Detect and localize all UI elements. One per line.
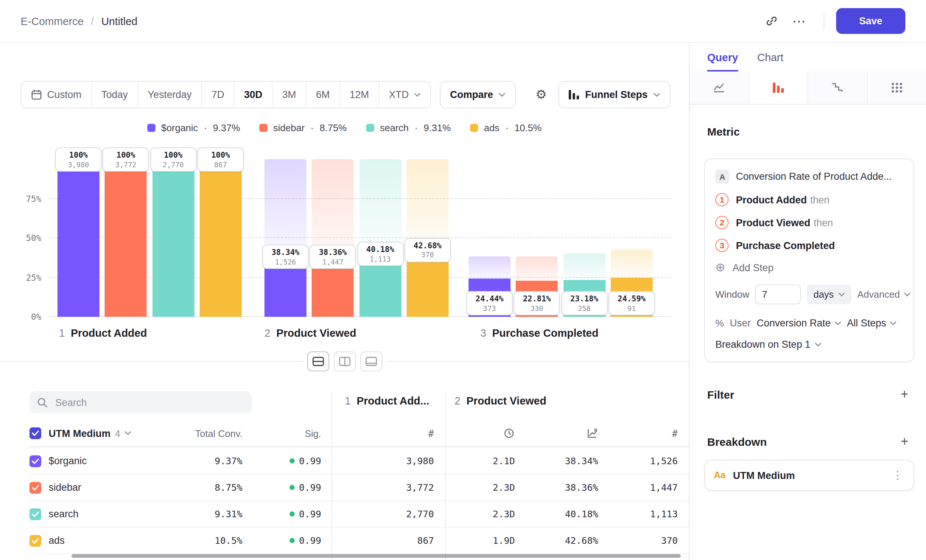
significance-dot (289, 512, 295, 516)
funnel-bar-remainder (407, 159, 449, 250)
compare-button[interactable]: Compare (440, 81, 516, 108)
breakdown-item-menu-button[interactable]: ⋮ (891, 469, 905, 482)
search-input[interactable] (54, 396, 245, 409)
window-value-input[interactable] (755, 285, 801, 304)
step1-count-column-header[interactable]: # (331, 428, 434, 439)
date-range-7d[interactable]: 7D (201, 82, 234, 107)
add-step-button[interactable]: ⊕ Add Step (715, 262, 903, 273)
legend-item[interactable]: sidebar·8.75% (259, 122, 347, 133)
breakdown-item-label: UTM Medium (733, 470, 883, 481)
row-checkbox[interactable] (29, 534, 41, 546)
dots-grid-icon (891, 82, 903, 94)
row-significance: 0.99 (242, 535, 321, 546)
funnel-bar[interactable]: 40.18%1,113 (359, 146, 401, 317)
funnel-bar[interactable]: 24.59%91 (611, 146, 653, 317)
group-column-header[interactable]: UTM Medium 4 (48, 428, 166, 439)
funnel-bar[interactable]: 100%867 (200, 146, 242, 317)
segmentation-report-tab[interactable] (867, 71, 926, 104)
metric-step-row[interactable]: 1Product Added then (715, 193, 903, 206)
date-range-today[interactable]: Today (91, 82, 138, 107)
row-checkbox[interactable] (29, 508, 41, 520)
insights-report-tab[interactable] (690, 71, 748, 104)
funnel-bar[interactable]: 38.36%1,447 (312, 146, 354, 317)
legend-item[interactable]: search·9.31% (366, 122, 451, 133)
row-checkbox[interactable] (29, 481, 41, 493)
row-step1-count: 867 (331, 535, 434, 546)
add-filter-button[interactable]: + (898, 386, 911, 402)
funnel-bar[interactable]: 24.44%373 (469, 146, 510, 317)
row-checkbox[interactable] (29, 455, 41, 467)
measure-scope-dropdown[interactable]: All Steps (847, 318, 897, 328)
chart-view-selector[interactable]: Funnel Steps (558, 81, 670, 108)
funnel-bar[interactable]: 22.81%330 (516, 146, 558, 317)
breakdown-heading: Breakdown (707, 435, 767, 448)
report-canvas: CustomTodayYesterday7D30D3M6M12MXTD Comp… (0, 43, 689, 560)
table-step2-header[interactable]: 2Product Viewed (454, 395, 546, 407)
sig-column-header[interactable]: Sig. (242, 428, 321, 439)
funnel-bar[interactable]: 42.68%370 (407, 146, 449, 317)
table-row[interactable]: search9.31%0.992,7702.3D40.18%1,113 (29, 501, 689, 528)
metric-step-row[interactable]: 3Purchase Completed (715, 239, 903, 252)
date-range-12m[interactable]: 12M (339, 82, 379, 107)
date-range-3m[interactable]: 3M (272, 82, 306, 107)
tab-chart[interactable]: Chart (757, 51, 784, 71)
window-unit-select[interactable]: days (807, 285, 852, 304)
step-then-label: then (810, 195, 829, 206)
funnel-bar[interactable]: 100%3,772 (105, 146, 147, 317)
add-circle-icon: ⊕ (715, 262, 725, 273)
row-step2-time: 1.9D (445, 535, 515, 546)
table-row[interactable]: $organic9.37%0.993,9802.1D38.34%1,526 (29, 448, 689, 475)
table-row[interactable]: ads10.5%0.998671.9D42.68%370 (29, 528, 689, 554)
funnels-report-tab[interactable] (748, 71, 807, 104)
y-tick-label: 25% (12, 272, 41, 283)
metric-step-row[interactable]: 2Product Viewed then (715, 216, 903, 229)
breadcrumb-report-title[interactable]: Untitled (101, 15, 138, 27)
date-range-yesterday[interactable]: Yesterday (138, 82, 201, 107)
table-row[interactable]: sidebar8.75%0.993,7722.3D38.36%1,447 (29, 475, 689, 501)
funnel-bar-value-label: 100%3,772 (103, 147, 149, 172)
funnel-plot-area: 100%3,980100%3,772100%2,770100%86738.34%… (48, 146, 670, 317)
layout-bottom-panel-button[interactable] (360, 351, 382, 371)
funnel-bar[interactable]: 23.18%258 (563, 146, 605, 317)
metric-title-row[interactable]: A Conversion Rate of Product Adde... (715, 170, 903, 183)
funnel-bar[interactable]: 100%2,770 (152, 146, 194, 317)
horizontal-scrollbar[interactable] (71, 554, 681, 558)
date-range-30d[interactable]: 30D (234, 82, 272, 107)
share-link-button[interactable] (759, 9, 784, 33)
measure-entity-label[interactable]: User (730, 318, 750, 328)
save-button[interactable]: Save (836, 8, 905, 34)
date-range-custom[interactable]: Custom (21, 82, 91, 107)
funnel-bar[interactable]: 38.34%1,526 (265, 146, 306, 317)
legend-item[interactable]: ads·10.5% (470, 122, 542, 133)
layout-split-horizontal-button[interactable] (307, 351, 329, 371)
date-range-xtd[interactable]: XTD (379, 82, 430, 107)
date-range-6m[interactable]: 6M (306, 82, 340, 107)
step2-time-column-header[interactable] (445, 427, 515, 439)
funnel-bar-remainder (469, 256, 510, 278)
gear-icon: ⚙ (536, 88, 547, 102)
more-menu-button[interactable]: ⋯ (787, 9, 812, 33)
breakdown-on-step-dropdown[interactable]: Breakdown on Step 1 (715, 339, 903, 350)
add-breakdown-button[interactable]: + (898, 433, 911, 450)
legend-pct: 10.5% (514, 122, 542, 133)
breakdown-item-card[interactable]: Aa UTM Medium ⋮ (704, 460, 914, 491)
settings-gear-button[interactable]: ⚙ (531, 86, 551, 103)
step2-count-column-header[interactable]: # (598, 428, 678, 439)
legend-item[interactable]: $organic·9.37% (147, 122, 240, 133)
breadcrumb-project[interactable]: E-Commerce (21, 15, 83, 27)
funnel-bar[interactable]: 100%3,980 (57, 146, 100, 317)
layout-split-vertical-button[interactable] (333, 351, 356, 371)
date-range-label: 30D (244, 89, 263, 100)
advanced-dropdown[interactable]: Advanced (857, 289, 910, 300)
row-step2-time: 2.3D (445, 509, 515, 519)
retention-report-tab[interactable] (807, 71, 867, 104)
tab-query[interactable]: Query (707, 51, 738, 71)
funnel-bar-value-label: 40.18%1,113 (357, 242, 403, 266)
measure-type-label: Conversion Rate (757, 318, 831, 328)
row-step2-conv: 40.18% (515, 509, 598, 519)
total-conv-column-header[interactable]: Total Conv. (166, 428, 242, 439)
measure-type-dropdown[interactable]: Conversion Rate (757, 318, 841, 328)
step2-conv-column-header[interactable] (515, 427, 598, 439)
select-all-checkbox[interactable] (29, 427, 41, 439)
table-step1-header[interactable]: 1Product Add... (345, 395, 429, 407)
